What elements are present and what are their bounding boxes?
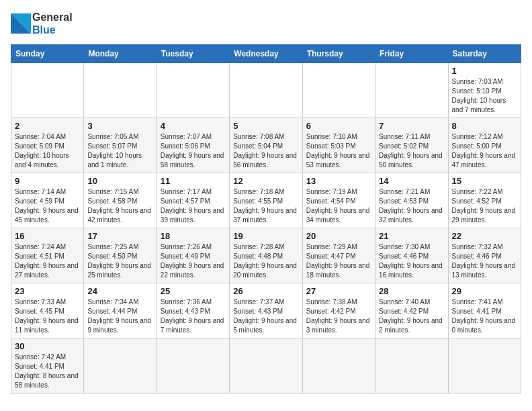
day-info: Sunrise: 7:07 AM Sunset: 5:06 PM Dayligh… bbox=[161, 132, 226, 170]
logo-triangle-icon bbox=[11, 13, 31, 34]
day-info: Sunrise: 7:18 AM Sunset: 4:55 PM Dayligh… bbox=[233, 187, 298, 225]
calendar-day-6: 6Sunrise: 7:10 AM Sunset: 5:03 PM Daylig… bbox=[302, 118, 375, 173]
day-number: 25 bbox=[161, 286, 226, 296]
day-info: Sunrise: 7:21 AM Sunset: 4:53 PM Dayligh… bbox=[379, 187, 444, 225]
calendar-day-18: 18Sunrise: 7:26 AM Sunset: 4:49 PM Dayli… bbox=[157, 228, 229, 283]
day-info: Sunrise: 7:41 AM Sunset: 4:41 PM Dayligh… bbox=[452, 298, 517, 335]
day-info: Sunrise: 7:08 AM Sunset: 5:04 PM Dayligh… bbox=[233, 132, 298, 170]
calendar-day-21: 21Sunrise: 7:30 AM Sunset: 4:46 PM Dayli… bbox=[375, 228, 448, 283]
day-number: 9 bbox=[15, 176, 80, 186]
calendar-week-row: 2Sunrise: 7:04 AM Sunset: 5:09 PM Daylig… bbox=[11, 118, 521, 173]
calendar-day-2: 2Sunrise: 7:04 AM Sunset: 5:09 PM Daylig… bbox=[11, 118, 84, 173]
day-info: Sunrise: 7:28 AM Sunset: 4:48 PM Dayligh… bbox=[233, 242, 298, 280]
calendar-day-19: 19Sunrise: 7:28 AM Sunset: 4:48 PM Dayli… bbox=[230, 228, 302, 283]
calendar-day-25: 25Sunrise: 7:36 AM Sunset: 4:43 PM Dayli… bbox=[157, 283, 229, 338]
weekday-header-thursday: Thursday bbox=[302, 45, 375, 63]
calendar-day-20: 20Sunrise: 7:29 AM Sunset: 4:47 PM Dayli… bbox=[302, 228, 375, 283]
calendar-week-row: 1Sunrise: 7:03 AM Sunset: 5:10 PM Daylig… bbox=[11, 63, 521, 118]
day-info: Sunrise: 7:37 AM Sunset: 4:43 PM Dayligh… bbox=[233, 298, 298, 335]
calendar-day-30: 30Sunrise: 7:42 AM Sunset: 4:41 PM Dayli… bbox=[11, 338, 84, 394]
page-header: General Blue bbox=[11, 11, 521, 36]
calendar-day-11: 11Sunrise: 7:17 AM Sunset: 4:57 PM Dayli… bbox=[157, 173, 229, 228]
day-number: 13 bbox=[306, 176, 371, 186]
day-number: 16 bbox=[15, 231, 80, 241]
day-info: Sunrise: 7:40 AM Sunset: 4:42 PM Dayligh… bbox=[379, 298, 444, 335]
day-info: Sunrise: 7:33 AM Sunset: 4:45 PM Dayligh… bbox=[15, 298, 80, 335]
calendar-day-17: 17Sunrise: 7:25 AM Sunset: 4:50 PM Dayli… bbox=[84, 228, 157, 283]
calendar-day-7: 7Sunrise: 7:11 AM Sunset: 5:02 PM Daylig… bbox=[375, 118, 448, 173]
day-info: Sunrise: 7:14 AM Sunset: 4:59 PM Dayligh… bbox=[15, 187, 80, 225]
day-number: 1 bbox=[452, 66, 517, 76]
calendar-day-22: 22Sunrise: 7:32 AM Sunset: 4:46 PM Dayli… bbox=[448, 228, 521, 283]
day-info: Sunrise: 7:19 AM Sunset: 4:54 PM Dayligh… bbox=[306, 187, 371, 225]
weekday-header-row: SundayMondayTuesdayWednesdayThursdayFrid… bbox=[11, 45, 521, 63]
day-number: 8 bbox=[452, 121, 517, 131]
empty-day-cell bbox=[230, 338, 302, 394]
day-info: Sunrise: 7:22 AM Sunset: 4:52 PM Dayligh… bbox=[452, 187, 517, 225]
weekday-header-saturday: Saturday bbox=[448, 45, 521, 63]
weekday-header-monday: Monday bbox=[84, 45, 157, 63]
logo-wordmark: General Blue bbox=[11, 11, 73, 36]
calendar-day-27: 27Sunrise: 7:38 AM Sunset: 4:42 PM Dayli… bbox=[302, 283, 375, 338]
empty-day-cell bbox=[11, 63, 84, 118]
day-number: 14 bbox=[379, 176, 444, 186]
logo-blue-text: Blue bbox=[32, 24, 73, 36]
day-number: 24 bbox=[87, 286, 152, 296]
day-number: 12 bbox=[233, 176, 298, 186]
empty-day-cell bbox=[375, 338, 448, 394]
calendar-day-13: 13Sunrise: 7:19 AM Sunset: 4:54 PM Dayli… bbox=[302, 173, 375, 228]
day-info: Sunrise: 7:38 AM Sunset: 4:42 PM Dayligh… bbox=[306, 298, 371, 335]
calendar-table: SundayMondayTuesdayWednesdayThursdayFrid… bbox=[11, 44, 521, 394]
calendar-week-row: 16Sunrise: 7:24 AM Sunset: 4:51 PM Dayli… bbox=[11, 228, 521, 283]
weekday-header-friday: Friday bbox=[375, 45, 448, 63]
calendar-day-12: 12Sunrise: 7:18 AM Sunset: 4:55 PM Dayli… bbox=[230, 173, 302, 228]
calendar-week-row: 23Sunrise: 7:33 AM Sunset: 4:45 PM Dayli… bbox=[11, 283, 521, 338]
day-number: 20 bbox=[306, 231, 371, 241]
calendar-day-26: 26Sunrise: 7:37 AM Sunset: 4:43 PM Dayli… bbox=[230, 283, 302, 338]
calendar-day-4: 4Sunrise: 7:07 AM Sunset: 5:06 PM Daylig… bbox=[157, 118, 229, 173]
day-number: 29 bbox=[452, 286, 517, 296]
empty-day-cell bbox=[84, 338, 157, 394]
day-number: 6 bbox=[306, 121, 371, 131]
calendar-day-5: 5Sunrise: 7:08 AM Sunset: 5:04 PM Daylig… bbox=[230, 118, 302, 173]
day-info: Sunrise: 7:29 AM Sunset: 4:47 PM Dayligh… bbox=[306, 242, 371, 280]
day-number: 7 bbox=[379, 121, 444, 131]
day-number: 4 bbox=[161, 121, 226, 131]
calendar-day-10: 10Sunrise: 7:15 AM Sunset: 4:58 PM Dayli… bbox=[84, 173, 157, 228]
day-info: Sunrise: 7:17 AM Sunset: 4:57 PM Dayligh… bbox=[161, 187, 226, 225]
calendar-day-8: 8Sunrise: 7:12 AM Sunset: 5:00 PM Daylig… bbox=[448, 118, 521, 173]
day-info: Sunrise: 7:24 AM Sunset: 4:51 PM Dayligh… bbox=[15, 242, 80, 280]
day-number: 22 bbox=[452, 231, 517, 241]
logo: General Blue bbox=[11, 11, 73, 36]
empty-day-cell bbox=[230, 63, 302, 118]
day-number: 17 bbox=[87, 231, 152, 241]
day-info: Sunrise: 7:30 AM Sunset: 4:46 PM Dayligh… bbox=[379, 242, 444, 280]
day-info: Sunrise: 7:10 AM Sunset: 5:03 PM Dayligh… bbox=[306, 132, 371, 170]
calendar-day-29: 29Sunrise: 7:41 AM Sunset: 4:41 PM Dayli… bbox=[448, 283, 521, 338]
empty-day-cell bbox=[84, 63, 157, 118]
empty-day-cell bbox=[302, 63, 375, 118]
day-info: Sunrise: 7:05 AM Sunset: 5:07 PM Dayligh… bbox=[87, 132, 152, 170]
calendar-week-row: 30Sunrise: 7:42 AM Sunset: 4:41 PM Dayli… bbox=[11, 338, 521, 394]
day-number: 23 bbox=[15, 286, 80, 296]
day-info: Sunrise: 7:12 AM Sunset: 5:00 PM Dayligh… bbox=[452, 132, 517, 170]
day-info: Sunrise: 7:34 AM Sunset: 4:44 PM Dayligh… bbox=[87, 298, 152, 335]
day-number: 10 bbox=[87, 176, 152, 186]
weekday-header-wednesday: Wednesday bbox=[230, 45, 302, 63]
empty-day-cell bbox=[375, 63, 448, 118]
day-number: 28 bbox=[379, 286, 444, 296]
calendar-day-15: 15Sunrise: 7:22 AM Sunset: 4:52 PM Dayli… bbox=[448, 173, 521, 228]
day-number: 19 bbox=[233, 231, 298, 241]
day-number: 15 bbox=[452, 176, 517, 186]
weekday-header-tuesday: Tuesday bbox=[157, 45, 229, 63]
calendar-day-9: 9Sunrise: 7:14 AM Sunset: 4:59 PM Daylig… bbox=[11, 173, 84, 228]
calendar-day-16: 16Sunrise: 7:24 AM Sunset: 4:51 PM Dayli… bbox=[11, 228, 84, 283]
calendar-day-23: 23Sunrise: 7:33 AM Sunset: 4:45 PM Dayli… bbox=[11, 283, 84, 338]
day-info: Sunrise: 7:03 AM Sunset: 5:10 PM Dayligh… bbox=[452, 77, 517, 115]
logo-general-text: General bbox=[32, 11, 73, 24]
calendar-day-3: 3Sunrise: 7:05 AM Sunset: 5:07 PM Daylig… bbox=[84, 118, 157, 173]
calendar-day-1: 1Sunrise: 7:03 AM Sunset: 5:10 PM Daylig… bbox=[448, 63, 521, 118]
day-info: Sunrise: 7:32 AM Sunset: 4:46 PM Dayligh… bbox=[452, 242, 517, 280]
day-info: Sunrise: 7:04 AM Sunset: 5:09 PM Dayligh… bbox=[15, 132, 80, 170]
day-number: 5 bbox=[233, 121, 298, 131]
